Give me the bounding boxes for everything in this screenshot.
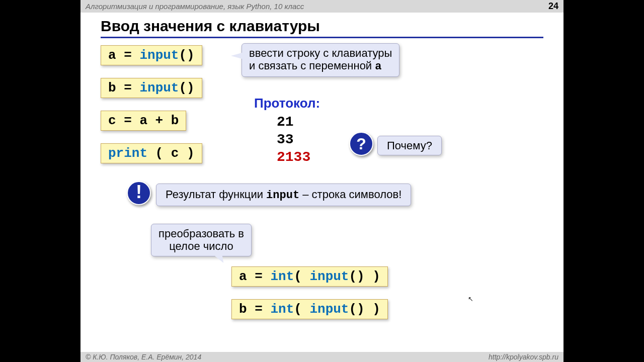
code-text: c = a + b: [108, 113, 179, 128]
code-box-a-input: a = input(): [101, 45, 202, 65]
code-text: =: [247, 302, 271, 317]
callout-description: ввести строку с клавиатуры и связать с п…: [242, 43, 399, 77]
keyword-print: print: [108, 146, 147, 161]
exclaim-badge-icon: !: [127, 181, 151, 205]
code-text: (: [294, 269, 309, 284]
code-text: =: [116, 48, 140, 63]
callout-text: преобразовать в: [158, 227, 244, 240]
header-bar: Алгоритмизация и программирование, язык …: [80, 0, 564, 13]
code-box-print: print ( c ): [101, 143, 202, 163]
code-text: b: [239, 302, 247, 317]
callout-text: целое число: [169, 240, 233, 252]
code-box-b-input: b = input(): [101, 78, 202, 98]
code-text: (): [179, 80, 194, 96]
protocol-value-result: 2133: [277, 148, 310, 166]
keyword-input: input: [139, 80, 179, 96]
code-text: c: [171, 146, 179, 161]
code-box-c-sum: c = a + b: [101, 111, 186, 131]
protocol-value: 33: [277, 131, 310, 148]
code-text: (: [147, 146, 171, 161]
keyword-input: input: [139, 48, 179, 63]
callout-code: input: [266, 189, 299, 202]
code-text: a: [108, 48, 116, 63]
code-text: a: [239, 269, 247, 284]
cursor-icon: ↖: [468, 295, 473, 303]
code-box-a-int: a = int( input() ): [231, 266, 388, 287]
page-number: 24: [548, 1, 558, 12]
code-text: ): [179, 146, 194, 161]
code-text: (): [349, 302, 364, 317]
code-text: (): [349, 269, 364, 284]
code-text: (: [294, 302, 309, 317]
footer-url: http://kpolyakov.spb.ru: [489, 353, 558, 361]
content-area: a = input() b = input() c = a + b print …: [101, 45, 543, 342]
code-text: ): [365, 269, 380, 284]
protocol-value: 21: [277, 113, 310, 131]
footer-bar: © К.Ю. Поляков, Е.А. Ерёмин, 2014 http:/…: [80, 352, 564, 362]
callout-code: a: [375, 60, 381, 73]
code-text: b: [108, 80, 116, 96]
question-badge-icon: ?: [349, 132, 373, 156]
callout-text: Результат функции: [166, 188, 266, 201]
course-title: Алгоритмизация и программирование, язык …: [86, 2, 304, 11]
footer-copyright: © К.Ю. Поляков, Е.А. Ерёмин, 2014: [86, 353, 201, 361]
title-underline: [101, 37, 543, 38]
keyword-input: input: [309, 269, 349, 284]
keyword-int: int: [270, 302, 294, 317]
callout-why: Почему?: [377, 136, 442, 155]
callout-text: и связать с переменной: [249, 59, 375, 72]
callout-result: Результат функции input – строка символо…: [156, 184, 411, 206]
protocol-heading: Протокол:: [254, 96, 320, 111]
code-box-b-int: b = int( input() ): [231, 299, 388, 319]
slide: Алгоритмизация и программирование, язык …: [80, 0, 564, 362]
callout-text: Почему?: [387, 139, 432, 152]
slide-title: Ввод значения с клавиатуры: [101, 18, 543, 35]
callout-text: – строка символов!: [299, 188, 401, 201]
code-text: =: [116, 80, 140, 96]
callout-convert: преобразовать в целое число: [151, 224, 252, 256]
code-text: =: [247, 269, 271, 284]
protocol-values: 21 33 2133: [277, 113, 310, 166]
badge-text: ?: [356, 135, 366, 153]
code-text: (): [179, 48, 194, 63]
keyword-int: int: [270, 269, 294, 284]
callout-tail-icon: [214, 255, 228, 263]
badge-text: !: [136, 182, 142, 202]
callout-text: ввести строку с клавиатуры: [249, 47, 392, 59]
keyword-input: input: [309, 302, 349, 317]
code-text: ): [365, 302, 380, 317]
callout-tail-icon: [231, 53, 242, 59]
